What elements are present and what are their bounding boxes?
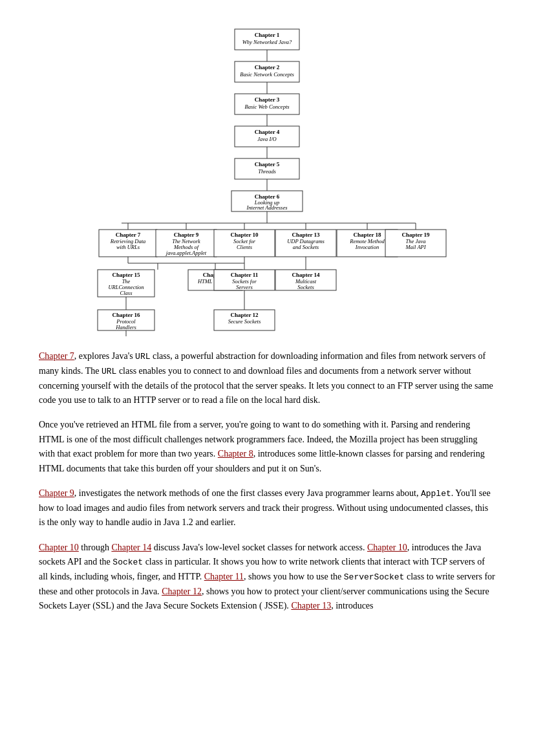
chapter-14-link[interactable]: Chapter 14 xyxy=(111,543,151,552)
chapter-12-link[interactable]: Chapter 12 xyxy=(162,587,202,596)
svg-text:Chapter 12: Chapter 12 xyxy=(230,312,259,318)
applet-code: Applet xyxy=(421,489,451,499)
svg-text:with URLs: with URLs xyxy=(116,244,140,250)
svg-text:Secure Sockets: Secure Sockets xyxy=(228,318,261,325)
svg-text:Chapter 15: Chapter 15 xyxy=(112,272,140,278)
svg-text:Chapter 16: Chapter 16 xyxy=(112,312,140,318)
svg-text:Chapter 4: Chapter 4 xyxy=(255,129,280,135)
svg-text:Handlers: Handlers xyxy=(115,324,136,330)
svg-text:Chapter 13: Chapter 13 xyxy=(292,232,320,238)
svg-text:Clients: Clients xyxy=(237,244,253,250)
chapter-10-link-1[interactable]: Chapter 10 xyxy=(39,543,79,552)
svg-text:Servers: Servers xyxy=(236,284,253,290)
svg-text:Class: Class xyxy=(120,290,133,296)
socket-code: Socket xyxy=(112,557,143,567)
svg-text:Mail API: Mail API xyxy=(405,244,426,250)
svg-text:Chapter 3: Chapter 3 xyxy=(255,96,280,103)
svg-text:Java I/O: Java I/O xyxy=(257,136,277,142)
svg-text:Basic Web Concepts: Basic Web Concepts xyxy=(244,103,290,110)
svg-text:Basic Network Concepts: Basic Network Concepts xyxy=(240,71,294,78)
svg-text:Chapter 7: Chapter 7 xyxy=(116,232,141,238)
paragraph-3: Chapter 9, investigates the network meth… xyxy=(39,486,495,530)
svg-text:Chapter 5: Chapter 5 xyxy=(255,161,280,167)
svg-text:Chapter 1: Chapter 1 xyxy=(255,32,280,38)
svg-text:Chapter 10: Chapter 10 xyxy=(230,232,259,238)
paragraph-4: Chapter 10 through Chapter 14 discuss Ja… xyxy=(39,541,495,614)
svg-text:Chapter 9: Chapter 9 xyxy=(174,232,199,238)
svg-text:Threads: Threads xyxy=(258,168,276,175)
svg-text:Chapter 2: Chapter 2 xyxy=(255,64,280,70)
url-code-1: URL xyxy=(135,352,150,362)
svg-text:Chapter 14: Chapter 14 xyxy=(292,272,320,278)
chapter-7-link[interactable]: Chapter 7 xyxy=(39,351,74,361)
svg-text:java.applet.Applet: java.applet.Applet xyxy=(166,250,207,256)
url-code-2: URL xyxy=(101,367,116,376)
chapter-8-link[interactable]: Chapter 8 xyxy=(218,449,253,459)
chapter-13-link[interactable]: Chapter 13 xyxy=(291,601,331,610)
chapter-diagram: .box { fill: #fff; stroke: #333; stroke-… xyxy=(39,26,495,336)
chapter-9-link[interactable]: Chapter 9 xyxy=(39,488,74,498)
svg-text:Invocation: Invocation xyxy=(355,244,379,250)
chapter-10-link-2[interactable]: Chapter 10 xyxy=(367,543,407,552)
svg-text:Chapter 19: Chapter 19 xyxy=(401,232,430,238)
paragraph-2: Once you've retrieved an HTML file from … xyxy=(39,418,495,476)
svg-text:and Sockets: and Sockets xyxy=(293,244,319,250)
chapter-11-link[interactable]: Chapter 11 xyxy=(204,572,244,581)
svg-text:Chapter 11: Chapter 11 xyxy=(231,272,259,278)
svg-text:Why Networked Java?: Why Networked Java? xyxy=(242,39,292,45)
svg-text:Internet Addresses: Internet Addresses xyxy=(246,204,288,211)
paragraph-1: Chapter 7, explores Java's URL class, a … xyxy=(39,349,495,407)
svg-text:Sockets: Sockets xyxy=(297,284,314,290)
text-content: Chapter 7, explores Java's URL class, a … xyxy=(39,349,495,613)
server-socket-code: ServerSocket xyxy=(344,572,405,582)
svg-text:Chapter 18: Chapter 18 xyxy=(353,232,381,238)
